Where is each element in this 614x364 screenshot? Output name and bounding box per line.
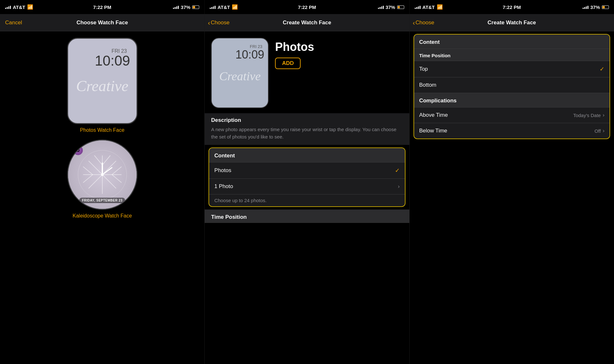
status-bar-3: AT&T 📶 7:22 PM 37% (410, 0, 614, 14)
signal-bar (415, 8, 416, 9)
battery-fill (602, 6, 605, 8)
signal-bars-r2 (378, 5, 384, 9)
back-button-2[interactable]: ‹ Choose (208, 20, 229, 26)
svg-point-13 (101, 173, 104, 176)
wscript-2: Creative (219, 69, 261, 83)
nav-title-2: Create Watch Face (283, 20, 331, 26)
signal-bar (381, 6, 382, 9)
nav-bar-2: ‹ Choose Create Watch Face (205, 14, 409, 31)
svg-line-10 (83, 175, 93, 183)
signal-bar (213, 6, 214, 9)
watch-preview-time: 10:09 (95, 53, 130, 69)
carrier-3: AT&T (422, 4, 435, 10)
time-2: 7:22 PM (298, 4, 316, 10)
watch-preview-small-2: FRI 23 10:09 Creative (211, 38, 269, 108)
signal-bar (7, 7, 8, 9)
below-time-value-text: Off (594, 128, 601, 134)
content-box-2: Content Photos ✓ 1 Photo › Choose up to … (209, 147, 405, 207)
svg-line-9 (83, 167, 93, 175)
status-right-2: 37% (378, 4, 404, 10)
signal-bar (383, 6, 384, 9)
signal-bar (587, 6, 588, 9)
photos-watch-face-preview: FRI 23 10:09 Creative (67, 38, 138, 124)
battery-fill (398, 6, 400, 8)
below-time-label: Below Time (419, 128, 447, 134)
photos-checkmark: ✓ (395, 167, 400, 174)
panel-create-watch-face-3: ‹ Choose Create Watch Face FRI 23 10:09 … (410, 14, 614, 364)
back-button-3[interactable]: ‹ Choose (413, 20, 434, 26)
panel-choose-watch-face: Cancel Choose Watch Face FRI 23 10:09 Cr… (0, 14, 205, 364)
top-checkmark: ✓ (600, 66, 604, 73)
svg-line-7 (112, 167, 122, 175)
battery-percent-2: 37% (386, 4, 395, 10)
dropdown-overlay: Content Time Position Top ✓ Bottom Compl… (413, 34, 610, 139)
status-left-1: AT&T 📶 (5, 4, 33, 10)
watch-name-section-2: Photos ADD (275, 38, 314, 69)
carrier-2: AT&T (217, 4, 230, 10)
panel2-content: FRI 23 10:09 Creative Photos ADD Descrip… (205, 31, 409, 223)
signal-bar (416, 7, 417, 9)
svg-line-5 (94, 155, 102, 165)
signal-bar (420, 6, 421, 9)
battery-fill (193, 6, 195, 8)
photos-label: Photos (214, 167, 231, 174)
watch-preview-script: Creative (76, 77, 129, 95)
signal-bars-r1 (173, 5, 179, 9)
round-content: ✿ ♡ (68, 140, 137, 209)
below-time-value: Off › (594, 128, 604, 134)
status-left-3: AT&T 📶 (415, 4, 443, 10)
above-time-chevron: › (603, 112, 604, 118)
photos-watch-face-item[interactable]: FRI 23 10:09 Creative Photos Watch Face (5, 38, 199, 133)
signal-bar (5, 8, 6, 9)
below-time-option[interactable]: Below Time Off › (414, 123, 610, 138)
complications-header: Complications (414, 93, 610, 107)
kaleidoscope-watch-face-preview: ✿ ♡ (67, 139, 138, 210)
kaleidoscope-watch-face-item[interactable]: ✿ ♡ (5, 139, 199, 219)
signal-bar (378, 8, 379, 9)
description-text: A new photo appears every time you raise… (205, 126, 409, 145)
status-bar-row: AT&T 📶 7:22 PM 37% (0, 0, 614, 14)
nav-bar-3: ‹ Choose Create Watch Face (410, 14, 614, 31)
back-label-3[interactable]: Choose (415, 20, 434, 26)
time-1: 7:22 PM (93, 4, 111, 10)
back-label-2[interactable]: Choose (211, 20, 230, 26)
signal-bar (176, 6, 177, 9)
cancel-button[interactable]: Cancel (5, 20, 22, 26)
top-option[interactable]: Top ✓ (414, 61, 610, 77)
one-photo-row[interactable]: 1 Photo › (209, 178, 405, 194)
clock-svg (77, 149, 128, 200)
nav-bar-1: Cancel Choose Watch Face (0, 14, 204, 31)
above-time-option[interactable]: Above Time Today's Date › (414, 107, 610, 123)
photos-watch-face-label: Photos Watch Face (80, 127, 124, 133)
add-button-2[interactable]: ADD (275, 58, 301, 69)
svg-line-12 (102, 168, 112, 175)
one-photo-label: 1 Photo (214, 183, 233, 190)
wtime-2: 10:09 (235, 48, 264, 61)
signal-bars-3 (415, 5, 421, 9)
above-time-value-text: Today's Date (573, 113, 601, 118)
wifi-icon-2: 📶 (232, 4, 238, 10)
one-photo-chevron: › (398, 184, 399, 189)
battery-icon-2 (397, 5, 404, 9)
time-3: 7:22 PM (503, 4, 521, 10)
description-header: Description (205, 113, 409, 126)
status-left-2: AT&T 📶 (210, 4, 238, 10)
signal-bars-1 (5, 5, 11, 9)
photos-row[interactable]: Photos ✓ (209, 162, 405, 178)
signal-bar (380, 7, 381, 9)
panel-create-watch-face-2: ‹ Choose Create Watch Face FRI 23 10:09 … (205, 14, 409, 364)
chevron-left-icon-2: ‹ (208, 20, 210, 26)
top-label: Top (419, 66, 428, 72)
bottom-option[interactable]: Bottom (414, 77, 610, 93)
dropdown-time-position-subheader: Time Position (414, 49, 610, 61)
signal-bar (8, 6, 9, 9)
content-hint: Choose up to 24 photos. (209, 194, 405, 206)
battery-percent-1: 37% (181, 4, 190, 10)
panels-container: Cancel Choose Watch Face FRI 23 10:09 Cr… (0, 14, 614, 364)
signal-bars-2 (210, 5, 216, 9)
carrier-1: AT&T (13, 4, 25, 10)
signal-bars-r3 (583, 5, 588, 9)
below-time-chevron: › (603, 128, 604, 134)
bottom-label: Bottom (419, 82, 437, 88)
round-date-label: FRIDAY, SEPTEMBER 23 (79, 198, 125, 203)
